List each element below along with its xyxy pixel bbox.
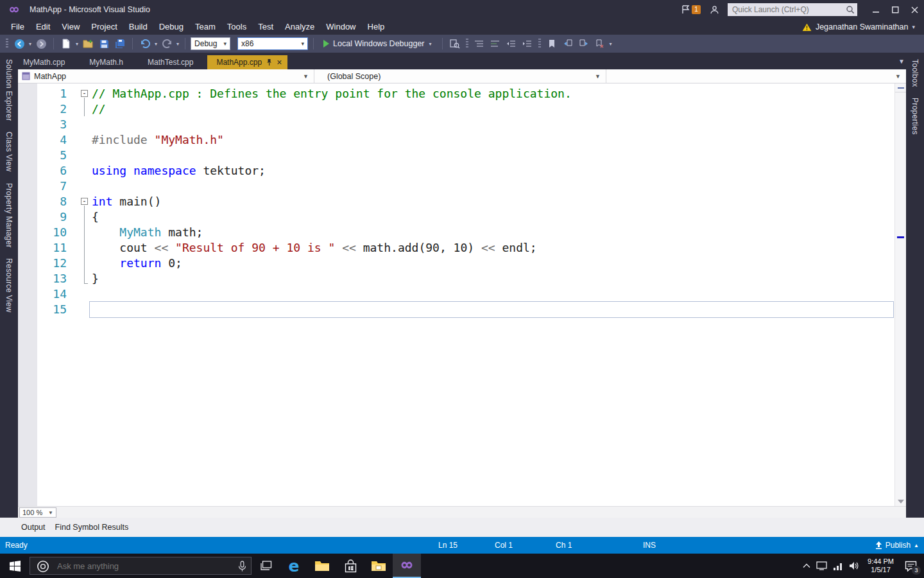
tablet-mode-icon[interactable] — [816, 561, 827, 570]
vertical-scrollbar[interactable] — [894, 83, 906, 506]
comment-selection-button[interactable] — [488, 37, 502, 51]
sidebar-item-toolbox[interactable]: Toolbox — [911, 59, 920, 87]
save-all-button[interactable] — [113, 37, 127, 51]
scope-dropdown[interactable]: (Global Scope) ▼ — [314, 69, 606, 83]
scrollbar-splitter[interactable] — [895, 83, 906, 92]
menu-window[interactable]: Window — [320, 19, 361, 35]
fold-toggle-icon[interactable]: - — [81, 198, 88, 205]
undo-button[interactable] — [138, 37, 152, 51]
find-in-files-button[interactable] — [448, 37, 462, 51]
menu-tools[interactable]: Tools — [221, 19, 252, 35]
sidebar-item-property-manager[interactable]: Property Manager — [4, 183, 13, 248]
network-icon[interactable] — [833, 562, 843, 570]
code-line-2[interactable]: // — [90, 101, 893, 117]
edge-browser-icon[interactable]: e — [280, 554, 308, 578]
close-tab-icon[interactable]: × — [277, 58, 282, 67]
toolbar-grip[interactable] — [538, 39, 541, 49]
navigate-back-dropdown-icon[interactable]: ▾ — [29, 41, 31, 47]
toggle-outlining-button[interactable] — [472, 37, 486, 51]
code-line-14[interactable] — [90, 286, 893, 302]
code-line-6[interactable]: using namespace tektutor; — [90, 163, 893, 179]
cortana-search-box[interactable] — [30, 557, 252, 575]
code-line-1[interactable]: // MathApp.cpp : Defines the entry point… — [90, 86, 893, 101]
taskbar-clock[interactable]: 9:44 PM 1/5/17 — [865, 557, 896, 574]
code-line-13[interactable]: } — [90, 271, 893, 286]
tray-expand-icon[interactable] — [803, 563, 810, 568]
notifications-flag-button[interactable]: 1 — [681, 5, 701, 14]
toolbar-grip[interactable] — [466, 39, 468, 49]
solution-configuration-combobox[interactable]: Debug ▾ — [191, 37, 230, 50]
decrease-indent-button[interactable] — [504, 37, 518, 51]
minimize-button[interactable] — [866, 0, 886, 19]
quick-launch-box[interactable] — [728, 3, 857, 16]
menu-test[interactable]: Test — [252, 19, 279, 35]
code-line-9[interactable]: { — [90, 209, 893, 225]
menu-edit[interactable]: Edit — [30, 19, 56, 35]
code-line-12[interactable]: return 0; — [90, 256, 893, 271]
publish-button[interactable]: Publish ▲ — [875, 537, 919, 554]
code-line-7[interactable] — [90, 179, 893, 194]
code-line-4[interactable]: #include "MyMath.h" — [90, 132, 893, 148]
undo-dropdown-icon[interactable]: ▾ — [155, 41, 157, 47]
new-file-dropdown-icon[interactable]: ▾ — [76, 41, 78, 47]
toolbar-overflow-button[interactable]: ▾ — [610, 41, 612, 47]
sidebar-item-solution-explorer[interactable]: Solution Explorer — [4, 59, 13, 121]
save-button[interactable] — [97, 37, 111, 51]
menu-file[interactable]: File — [5, 19, 30, 35]
toolbar-grip[interactable] — [6, 39, 8, 49]
redo-dropdown-icon[interactable]: ▾ — [176, 41, 179, 47]
menu-project[interactable]: Project — [85, 19, 123, 35]
close-window-button[interactable] — [905, 0, 924, 19]
tab-mathapp-cpp[interactable]: MathApp.cpp × — [207, 55, 287, 69]
toggle-bookmark-button[interactable] — [545, 37, 559, 51]
code-editor[interactable]: 123456789101112131415 -- // MathApp.cpp … — [18, 83, 906, 506]
start-button[interactable] — [0, 554, 30, 578]
feedback-person-icon[interactable] — [707, 3, 721, 17]
file-explorer-icon[interactable] — [308, 554, 336, 578]
code-line-5[interactable] — [90, 148, 893, 163]
sidebar-item-properties[interactable]: Properties — [911, 98, 920, 135]
tab-mymath-cpp[interactable]: MyMath.cpp — [18, 55, 75, 69]
menu-help[interactable]: Help — [362, 19, 391, 35]
menu-analyze[interactable]: Analyze — [279, 19, 320, 35]
menu-build[interactable]: Build — [123, 19, 153, 35]
sidebar-item-class-view[interactable]: Class View — [4, 132, 13, 171]
action-center-button[interactable]: 3 — [902, 554, 919, 578]
clear-bookmarks-button[interactable] — [593, 37, 607, 51]
project-dropdown[interactable]: MathApp ▼ — [18, 69, 314, 83]
code-line-11[interactable]: cout << "Result of 90 + 10 is " << math.… — [90, 240, 893, 256]
fold-toggle-icon[interactable]: - — [81, 90, 88, 97]
fold-margin[interactable]: -- — [80, 83, 90, 506]
code-line-10[interactable]: MyMath math; — [90, 225, 893, 240]
volume-icon[interactable] — [849, 561, 859, 570]
notification-count-badge[interactable]: 1 — [692, 5, 701, 14]
tab-mathtest-cpp[interactable]: MathTest.cpp — [137, 55, 203, 69]
pin-icon[interactable] — [266, 58, 272, 66]
documents-folder-icon[interactable] — [364, 554, 393, 578]
tab-list-chevron-icon[interactable]: ▼ — [898, 58, 905, 65]
next-bookmark-button[interactable] — [577, 37, 591, 51]
navigate-forward-button[interactable] — [34, 37, 48, 51]
windows-store-icon[interactable] — [336, 554, 364, 578]
solution-platform-combobox[interactable]: x86 ▾ — [237, 37, 308, 50]
code-line-8[interactable]: int main() — [90, 194, 893, 209]
panel-tab-find-symbol-results[interactable]: Find Symbol Results — [55, 523, 129, 532]
scroll-down-arrow-icon[interactable] — [898, 500, 904, 504]
visual-studio-taskbar-icon[interactable] — [393, 554, 421, 578]
tab-mymath-h[interactable]: MyMath.h — [79, 55, 133, 69]
quick-launch-input[interactable] — [728, 3, 857, 16]
member-dropdown[interactable]: ▼ — [606, 69, 906, 83]
new-file-button[interactable] — [59, 37, 73, 51]
menu-view[interactable]: View — [56, 19, 85, 35]
maximize-button[interactable] — [886, 0, 905, 19]
sidebar-item-resource-view[interactable]: Resource View — [4, 258, 13, 312]
microphone-icon[interactable] — [238, 561, 246, 572]
taskbar-search-input[interactable] — [30, 557, 251, 574]
code-area[interactable]: // MathApp.cpp : Defines the entry point… — [90, 86, 893, 317]
add-item-button[interactable] — [81, 37, 95, 51]
redo-button[interactable] — [160, 37, 174, 51]
navigate-backward-button[interactable] — [12, 37, 26, 51]
code-line-15[interactable] — [90, 302, 893, 317]
increase-indent-button[interactable] — [520, 37, 535, 51]
zoom-dropdown[interactable]: 100 % ▼ — [19, 507, 56, 518]
